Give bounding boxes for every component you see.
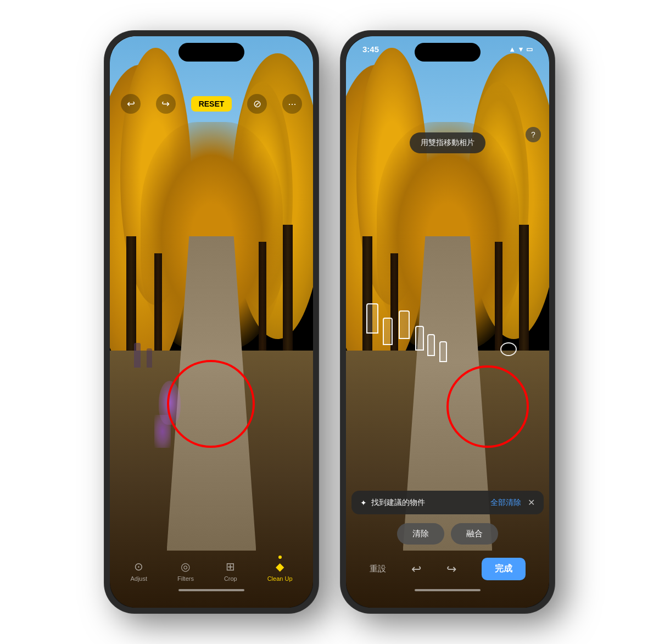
cleanup-label: Clean Up <box>267 575 293 582</box>
merge-button[interactable]: 融合 <box>451 523 498 545</box>
silhouette-2 <box>383 318 393 345</box>
filters-icon: ◎ <box>181 560 190 573</box>
silhouette-5 <box>427 334 435 356</box>
tab-cleanup[interactable]: ◆ Clean Up <box>267 560 293 582</box>
phone-screen-2: 3:45 ▲ ▾ ▭ ? 用雙指移動相片 ✦ 找到建議的物件 <box>346 36 549 608</box>
ghost-effect <box>159 381 181 425</box>
wifi-icon: ▾ <box>519 45 523 53</box>
reset-button[interactable]: RESET <box>191 96 232 112</box>
silhouette-1 <box>366 303 378 334</box>
help-icon[interactable]: ? <box>526 127 541 142</box>
redo-nav-button[interactable]: ↪ <box>446 562 456 576</box>
phone-screen-1: Cancel Done ↩ ↪ RESET ⊘ ··· ⊙ Adjust <box>110 36 313 608</box>
silhouette-6 <box>439 341 447 362</box>
bottom-toolbar-1: ⊙ Adjust ◎ Filters ⊞ Crop ◆ <box>110 553 313 594</box>
bottom-nav-2: 重設 ↩ ↪ 完成 <box>346 553 549 594</box>
home-indicator-2 <box>415 589 481 591</box>
hint-text: 用雙指移動相片 <box>421 138 474 147</box>
battery-icon: ▭ <box>526 45 533 53</box>
undo-icon[interactable]: ↩ <box>121 94 141 114</box>
photo-background-1 <box>110 36 313 608</box>
nav-row: 重設 ↩ ↪ 完成 <box>346 553 549 585</box>
status-icons: ▲ ▾ ▭ <box>509 45 533 53</box>
phone-frame-1: Cancel Done ↩ ↪ RESET ⊘ ··· ⊙ Adjust <box>104 31 319 613</box>
undo-nav-button[interactable]: ↩ <box>411 562 421 576</box>
crop-label: Crop <box>224 575 237 582</box>
tab-filters[interactable]: ◎ Filters <box>177 560 194 582</box>
adjust-label: Adjust <box>130 575 147 582</box>
action-buttons: 清除 融合 <box>346 523 549 545</box>
person-2 <box>147 348 152 368</box>
adjust-icon: ⊙ <box>134 560 143 573</box>
edit-icon[interactable]: ⊘ <box>247 94 267 114</box>
clear-all-button[interactable]: 全部清除 <box>490 498 521 508</box>
crop-icon: ⊞ <box>226 560 235 573</box>
tab-crop[interactable]: ⊞ Crop <box>224 560 237 582</box>
found-text: 找到建議的物件 <box>371 498 425 508</box>
tab-adjust[interactable]: ⊙ Adjust <box>130 560 147 582</box>
redo-icon[interactable]: ↪ <box>156 94 176 114</box>
phone-2: 3:45 ▲ ▾ ▭ ? 用雙指移動相片 ✦ 找到建議的物件 <box>340 31 555 613</box>
suggestion-bar: ✦ 找到建議的物件 全部清除 ✕ <box>351 491 544 514</box>
sparkle-icon: ✦ <box>360 498 367 507</box>
time-display: 3:45 <box>362 45 379 54</box>
toolbar-top-1: ↩ ↪ RESET ⊘ ··· <box>110 94 313 114</box>
reset-nav-button[interactable]: 重設 <box>370 564 386 574</box>
silhouette-4 <box>415 326 424 351</box>
phone-1: Cancel Done ↩ ↪ RESET ⊘ ··· ⊙ Adjust <box>104 31 319 613</box>
filters-label: Filters <box>177 575 194 582</box>
status-bar-2: 3:45 ▲ ▾ ▭ <box>362 45 533 54</box>
home-indicator-1 <box>178 589 244 591</box>
photo-background-2 <box>346 36 549 608</box>
clean-button[interactable]: 清除 <box>397 523 444 545</box>
suggestion-left: ✦ 找到建議的物件 <box>360 498 425 508</box>
done-nav-button[interactable]: 完成 <box>482 558 526 580</box>
tab-bar-1: ⊙ Adjust ◎ Filters ⊞ Crop ◆ <box>110 553 313 585</box>
suggestion-right: 全部清除 ✕ <box>490 497 535 508</box>
close-suggestion-button[interactable]: ✕ <box>528 497 535 508</box>
silhouette-3 <box>399 310 410 339</box>
cleanup-icon: ◆ <box>276 560 284 573</box>
phone-frame-2: 3:45 ▲ ▾ ▭ ? 用雙指移動相片 ✦ 找到建議的物件 <box>340 31 555 613</box>
hint-bubble: 用雙指移動相片 <box>410 132 485 153</box>
dynamic-island-1 <box>178 43 244 62</box>
signal-icon: ▲ <box>509 45 516 53</box>
person-1 <box>134 343 141 368</box>
more-icon[interactable]: ··· <box>282 94 302 114</box>
